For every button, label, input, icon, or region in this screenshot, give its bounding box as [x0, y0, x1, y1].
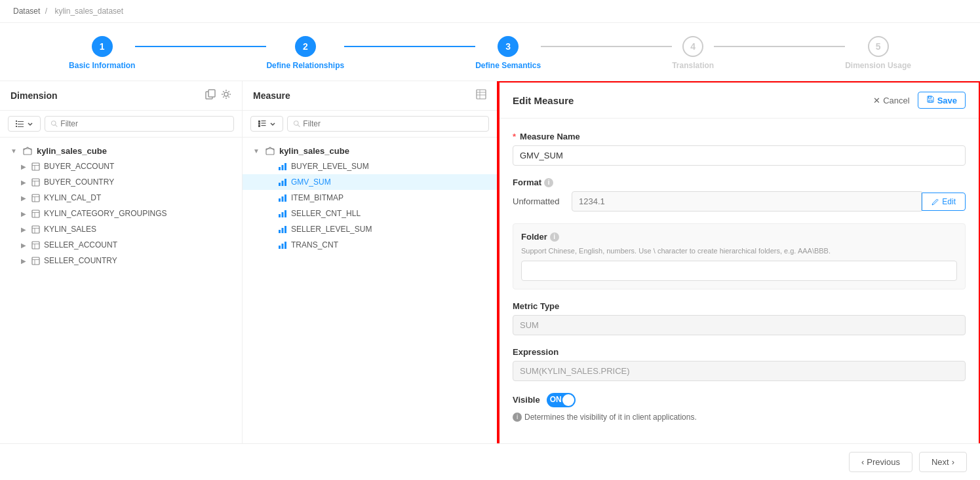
step-4-label: Translation: [672, 61, 714, 70]
dimension-toolbar-icons: [205, 89, 231, 102]
breadcrumb-current: kylin_sales_dataset: [54, 7, 123, 16]
svg-rect-56: [282, 244, 284, 249]
bar-chart-icon: [278, 177, 287, 187]
measure-name-input[interactable]: [513, 145, 966, 166]
dimension-item-kylin-category-groupings[interactable]: ▶ KYLIN_CATEGORY_GROUPINGS: [0, 206, 242, 221]
measure-item-item-bitmap[interactable]: ITEM_BITMAP: [243, 190, 497, 206]
svg-rect-32: [258, 123, 260, 125]
previous-button[interactable]: ‹ Previous: [849, 452, 912, 472]
svg-rect-6: [32, 163, 39, 170]
measure-item-label: GMV_SUM: [291, 177, 331, 187]
svg-rect-9: [32, 179, 39, 186]
svg-rect-24: [32, 257, 39, 265]
save-button[interactable]: Save: [918, 92, 966, 109]
svg-rect-44: [282, 181, 284, 186]
measure-item-gmv-sum[interactable]: GMV_SUM: [243, 174, 497, 190]
dimension-item-label: SELLER_ACCOUNT: [44, 240, 117, 249]
dimension-item-buyer-country[interactable]: ▶ BUYER_COUNTRY: [0, 174, 242, 190]
measure-item-label: SELLER_LEVEL_SUM: [291, 225, 372, 234]
edit-measure-panel: Edit Measure ✕ Cancel Save Measure Name: [498, 81, 980, 476]
svg-point-37: [294, 121, 298, 126]
dimension-item-label: BUYER_ACCOUNT: [44, 162, 114, 171]
svg-point-3: [51, 121, 56, 126]
dimension-type-dropdown[interactable]: [8, 116, 41, 132]
svg-rect-33: [258, 125, 260, 127]
measure-type-dropdown[interactable]: [250, 116, 283, 132]
svg-rect-15: [32, 210, 39, 217]
dimension-settings-icon[interactable]: [221, 89, 231, 102]
measure-filter-input-wrap[interactable]: [287, 116, 489, 132]
step-5-circle: 5: [868, 36, 889, 57]
footer: ‹ Previous Next ›: [0, 443, 980, 480]
step-3-label: Define Semantics: [475, 61, 541, 70]
dimension-root-node[interactable]: ▼ kylin_sales_cube: [0, 143, 242, 158]
svg-rect-51: [284, 210, 286, 217]
measure-item-seller-level-sum[interactable]: SELLER_LEVEL_SUM: [243, 221, 497, 237]
dimension-copy-icon[interactable]: [205, 89, 216, 102]
dimension-item-label: KYLIN_CATEGORY_GROUPINGS: [44, 209, 167, 218]
next-button[interactable]: Next ›: [919, 452, 967, 472]
table-icon: [31, 194, 40, 202]
folder-info-icon: i: [550, 232, 559, 242]
cancel-x-icon: ✕: [873, 96, 880, 105]
step-3-circle: 3: [498, 36, 519, 57]
dimension-item-label: SELLER_COUNTRY: [44, 256, 117, 265]
svg-point-2: [224, 92, 228, 96]
dimension-item-kylin-cal-dt[interactable]: ▶ KYLIN_CAL_DT: [0, 190, 242, 206]
cancel-button[interactable]: ✕ Cancel: [873, 96, 909, 105]
step-line-2-3: [344, 46, 475, 47]
visible-toggle[interactable]: ON: [547, 393, 576, 407]
folder-label: Folder i: [521, 232, 957, 242]
metric-type-label: Metric Type: [513, 301, 966, 311]
measure-item-label: BUYER_LEVEL_SUM: [291, 162, 369, 171]
measure-filter-input[interactable]: [303, 119, 483, 128]
dimension-item-kylin-sales[interactable]: ▶ KYLIN_SALES: [0, 221, 242, 237]
svg-rect-49: [279, 214, 281, 217]
format-edit-button[interactable]: Edit: [922, 193, 966, 211]
format-type-label: Unformatted: [513, 196, 565, 206]
root-chevron-icon: ▼: [253, 147, 260, 155]
dimension-item-buyer-account[interactable]: ▶ BUYER_ACCOUNT: [0, 158, 242, 174]
format-label: Format i: [513, 177, 966, 187]
bar-chart-icon: [278, 225, 287, 234]
measure-root-node[interactable]: ▼ kylin_sales_cube: [243, 143, 497, 158]
measure-item-trans-cnt[interactable]: TRANS_CNT: [243, 237, 497, 253]
measure-item-seller-cnt-hll[interactable]: SELLER_CNT_HLL: [243, 206, 497, 221]
dimension-tree: ▼ kylin_sales_cube ▶ BUYER_ACCOUNT ▶ BUY…: [0, 138, 242, 476]
folder-description: Support Chinese, English, numbers. Use \…: [521, 246, 957, 257]
measure-table-icon[interactable]: [476, 89, 486, 102]
measure-toolbar-icons: [476, 89, 486, 102]
svg-rect-43: [279, 183, 281, 186]
svg-rect-40: [279, 167, 281, 170]
dimension-item-seller-country[interactable]: ▶ SELLER_COUNTRY: [0, 253, 242, 268]
step-5-label: Dimension Usage: [845, 61, 911, 70]
table-icon: [31, 178, 40, 187]
expression-input: [513, 361, 966, 381]
breadcrumb: Dataset / kylin_sales_dataset: [0, 0, 980, 23]
svg-rect-34: [262, 120, 266, 121]
svg-rect-27: [477, 90, 486, 99]
expression-label: Expression: [513, 347, 966, 357]
dimension-item-seller-account[interactable]: ▶ SELLER_ACCOUNT: [0, 237, 242, 253]
breadcrumb-parent[interactable]: Dataset: [13, 7, 40, 16]
bar-chart-icon: [278, 240, 287, 249]
bar-chart-icon: [278, 193, 287, 202]
dimension-filter-input[interactable]: [60, 119, 228, 128]
folder-input[interactable]: [521, 261, 957, 281]
step-1-circle: 1: [92, 36, 113, 57]
measure-item-label: SELLER_CNT_HLL: [291, 209, 361, 218]
measure-item-label: TRANS_CNT: [291, 240, 338, 249]
root-chevron-icon: ▼: [10, 147, 17, 155]
dimension-panel: Dimension ▼: [0, 81, 243, 476]
svg-rect-53: [282, 228, 284, 233]
previous-label: Previous: [867, 457, 900, 467]
dimension-filter-input-wrap[interactable]: [45, 116, 234, 132]
format-value-input[interactable]: [572, 191, 922, 212]
measure-item-buyer-level-sum[interactable]: BUYER_LEVEL_SUM: [243, 158, 497, 174]
chevron-icon: ▶: [21, 210, 26, 217]
step-2: 2 Define Relationships: [266, 36, 344, 70]
measure-name-label: Measure Name: [513, 132, 966, 141]
chevron-icon: ▶: [21, 163, 26, 170]
measure-root-label: kylin_sales_cube: [279, 146, 349, 156]
svg-rect-31: [258, 120, 260, 122]
